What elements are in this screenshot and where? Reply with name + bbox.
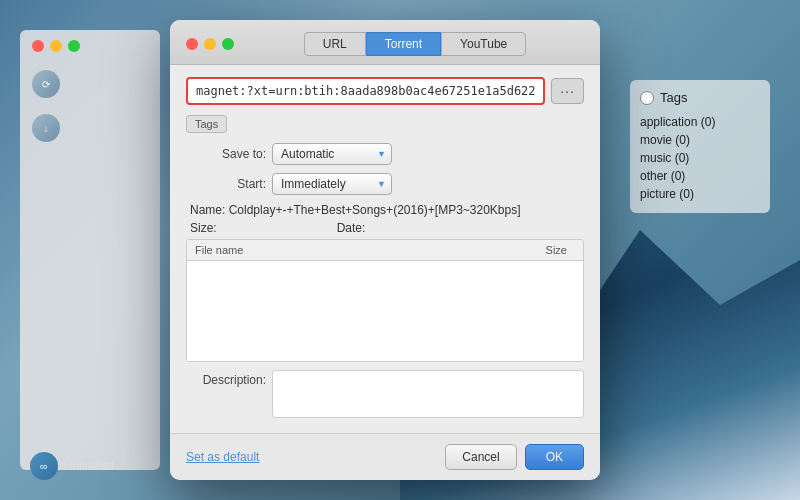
tag-item-1: movie (0) xyxy=(640,131,760,149)
panel-icon-1: ⟳ xyxy=(32,70,60,98)
size-label: Size: xyxy=(190,221,217,235)
tags-header: Tags xyxy=(640,90,760,105)
description-input[interactable] xyxy=(272,370,584,418)
dot-green xyxy=(68,40,80,52)
start-select-wrapper: Immediately xyxy=(272,173,392,195)
dialog-footer: Set as default Cancel OK xyxy=(170,433,600,480)
minimize-dot[interactable] xyxy=(204,38,216,50)
col-filename: File name xyxy=(195,244,495,256)
save-to-label: Save to: xyxy=(186,147,266,161)
tags-title: Tags xyxy=(660,90,687,105)
tab-group: URL Torrent YouTube xyxy=(304,32,527,56)
file-table: File name Size xyxy=(186,239,584,362)
magnet-input[interactable] xyxy=(186,77,545,105)
unlimited-label: Unlimited xyxy=(64,459,114,473)
dialog-titlebar: URL Torrent YouTube xyxy=(170,20,600,65)
tab-url[interactable]: URL xyxy=(304,32,366,56)
close-dot[interactable] xyxy=(186,38,198,50)
magnet-row: ··· xyxy=(186,77,584,105)
description-label: Description: xyxy=(186,370,266,387)
unlimited-badge: ∞ Unlimited xyxy=(30,452,114,480)
footer-buttons: Cancel OK xyxy=(445,444,584,470)
more-button[interactable]: ··· xyxy=(551,78,584,104)
panel-dots xyxy=(20,30,160,62)
sidebar-panel: ⟳ ↓ xyxy=(20,30,160,470)
right-panel: Tags application (0) movie (0) music (0)… xyxy=(630,80,770,213)
col-size: Size xyxy=(495,244,575,256)
set-as-default-link[interactable]: Set as default xyxy=(186,450,259,464)
description-row: Description: xyxy=(186,370,584,418)
cancel-button[interactable]: Cancel xyxy=(445,444,516,470)
panel-item-2: ↓ xyxy=(20,106,160,150)
tag-item-0: application (0) xyxy=(640,113,760,131)
name-row: Name: Coldplay+-+The+Best+Songs+(2016)+[… xyxy=(186,203,584,217)
dot-red xyxy=(32,40,44,52)
tag-item-4: picture (0) xyxy=(640,185,760,203)
dialog-body: ··· Tags Save to: Automatic Start: Immed… xyxy=(170,65,600,433)
panel-item-1: ⟳ xyxy=(20,62,160,106)
tags-section: Tags application (0) movie (0) music (0)… xyxy=(630,80,770,213)
ok-button[interactable]: OK xyxy=(525,444,584,470)
start-select[interactable]: Immediately xyxy=(272,173,392,195)
tag-item-3: other (0) xyxy=(640,167,760,185)
titlebar-dots xyxy=(186,38,234,50)
save-to-row: Save to: Automatic xyxy=(186,143,584,165)
dot-yellow xyxy=(50,40,62,52)
unlimited-icon: ∞ xyxy=(30,452,58,480)
tags-radio[interactable] xyxy=(640,91,654,105)
panel-icon-2: ↓ xyxy=(32,114,60,142)
start-row: Start: Immediately xyxy=(186,173,584,195)
name-label: Name: xyxy=(190,203,225,217)
save-to-select[interactable]: Automatic xyxy=(272,143,392,165)
footer-left: Set as default xyxy=(186,450,259,464)
tab-youtube[interactable]: YouTube xyxy=(441,32,526,56)
tab-torrent[interactable]: Torrent xyxy=(366,32,441,56)
main-dialog: URL Torrent YouTube ··· Tags Save to: Au… xyxy=(170,20,600,480)
date-label: Date: xyxy=(337,221,366,235)
tags-badge[interactable]: Tags xyxy=(186,115,227,133)
maximize-dot[interactable] xyxy=(222,38,234,50)
file-table-body xyxy=(187,261,583,361)
tag-item-2: music (0) xyxy=(640,149,760,167)
save-to-select-wrapper: Automatic xyxy=(272,143,392,165)
name-value: Coldplay+-+The+Best+Songs+(2016)+[MP3~32… xyxy=(229,203,521,217)
start-label: Start: xyxy=(186,177,266,191)
file-table-header: File name Size xyxy=(187,240,583,261)
size-date-row: Size: Date: xyxy=(186,221,584,235)
